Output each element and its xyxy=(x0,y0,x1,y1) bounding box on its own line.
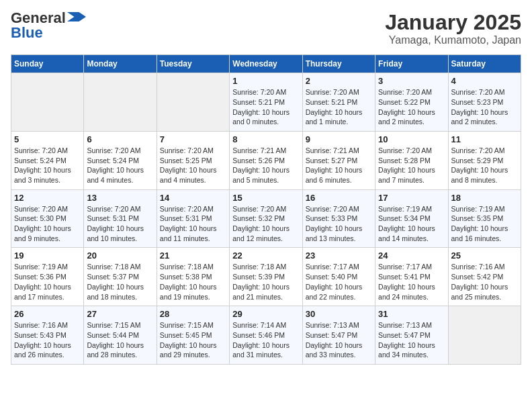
day-number: 14 xyxy=(160,193,226,203)
day-info: Sunrise: 7:19 AMSunset: 5:36 PMDaylight:… xyxy=(14,262,81,302)
calendar-day-cell: 28Sunrise: 7:15 AMSunset: 5:45 PMDayligh… xyxy=(157,306,229,365)
day-number: 24 xyxy=(378,250,445,261)
calendar-day-cell: 17Sunrise: 7:19 AMSunset: 5:34 PMDayligh… xyxy=(375,189,448,248)
calendar-day-cell: 23Sunrise: 7:17 AMSunset: 5:40 PMDayligh… xyxy=(302,248,375,306)
day-header-thursday: Thursday xyxy=(302,55,375,73)
day-info: Sunrise: 7:17 AMSunset: 5:40 PMDaylight:… xyxy=(306,262,372,302)
empty-day-cell xyxy=(11,73,84,132)
day-number: 21 xyxy=(160,250,226,261)
calendar-day-cell: 16Sunrise: 7:20 AMSunset: 5:33 PMDayligh… xyxy=(302,189,375,248)
day-number: 25 xyxy=(451,250,518,261)
day-number: 18 xyxy=(451,193,518,203)
day-info: Sunrise: 7:18 AMSunset: 5:39 PMDaylight:… xyxy=(232,262,299,302)
calendar-day-cell: 2Sunrise: 7:20 AMSunset: 5:21 PMDaylight… xyxy=(302,73,375,132)
calendar-table: SundayMondayTuesdayWednesdayThursdayFrid… xyxy=(11,54,521,365)
day-number: 20 xyxy=(87,250,153,261)
calendar-day-cell: 31Sunrise: 7:13 AMSunset: 5:47 PMDayligh… xyxy=(375,306,448,365)
day-info: Sunrise: 7:20 AMSunset: 5:30 PMDaylight:… xyxy=(14,204,81,244)
day-info: Sunrise: 7:20 AMSunset: 5:24 PMDaylight:… xyxy=(87,146,153,185)
calendar-day-cell: 12Sunrise: 7:20 AMSunset: 5:30 PMDayligh… xyxy=(11,189,84,248)
calendar-day-cell: 6Sunrise: 7:20 AMSunset: 5:24 PMDaylight… xyxy=(84,131,157,189)
logo-arrow-icon xyxy=(67,12,86,21)
day-info: Sunrise: 7:13 AMSunset: 5:47 PMDaylight:… xyxy=(378,320,445,360)
empty-day-cell xyxy=(84,73,157,132)
day-number: 29 xyxy=(232,309,299,319)
day-number: 15 xyxy=(232,193,299,203)
day-number: 11 xyxy=(451,134,518,144)
calendar-day-cell: 29Sunrise: 7:14 AMSunset: 5:46 PMDayligh… xyxy=(230,306,302,365)
calendar-header-row: SundayMondayTuesdayWednesdayThursdayFrid… xyxy=(11,55,521,73)
day-header-saturday: Saturday xyxy=(448,55,521,73)
calendar-day-cell: 21Sunrise: 7:18 AMSunset: 5:38 PMDayligh… xyxy=(157,248,229,306)
day-info: Sunrise: 7:18 AMSunset: 5:38 PMDaylight:… xyxy=(160,262,226,302)
day-info: Sunrise: 7:18 AMSunset: 5:37 PMDaylight:… xyxy=(87,262,153,302)
day-number: 3 xyxy=(378,76,445,86)
day-info: Sunrise: 7:20 AMSunset: 5:21 PMDaylight:… xyxy=(232,87,299,127)
calendar-day-cell: 26Sunrise: 7:16 AMSunset: 5:43 PMDayligh… xyxy=(11,306,84,365)
day-header-sunday: Sunday xyxy=(11,55,84,73)
day-number: 23 xyxy=(306,250,372,261)
day-info: Sunrise: 7:17 AMSunset: 5:41 PMDaylight:… xyxy=(378,262,445,302)
calendar-day-cell: 22Sunrise: 7:18 AMSunset: 5:39 PMDayligh… xyxy=(230,248,302,306)
calendar-day-cell: 15Sunrise: 7:20 AMSunset: 5:32 PMDayligh… xyxy=(230,189,302,248)
day-info: Sunrise: 7:20 AMSunset: 5:23 PMDaylight:… xyxy=(451,87,518,127)
day-info: Sunrise: 7:20 AMSunset: 5:31 PMDaylight:… xyxy=(87,204,153,244)
day-info: Sunrise: 7:16 AMSunset: 5:42 PMDaylight:… xyxy=(451,262,518,302)
calendar-day-cell: 4Sunrise: 7:20 AMSunset: 5:23 PMDaylight… xyxy=(448,73,521,132)
day-info: Sunrise: 7:21 AMSunset: 5:27 PMDaylight:… xyxy=(306,146,372,185)
calendar-day-cell: 25Sunrise: 7:16 AMSunset: 5:42 PMDayligh… xyxy=(448,248,521,306)
day-info: Sunrise: 7:21 AMSunset: 5:26 PMDaylight:… xyxy=(232,146,299,185)
calendar-week-row: 12Sunrise: 7:20 AMSunset: 5:30 PMDayligh… xyxy=(11,189,521,248)
day-header-monday: Monday xyxy=(84,55,157,73)
day-info: Sunrise: 7:20 AMSunset: 5:25 PMDaylight:… xyxy=(160,146,226,185)
day-info: Sunrise: 7:13 AMSunset: 5:47 PMDaylight:… xyxy=(306,320,372,360)
calendar-day-cell: 5Sunrise: 7:20 AMSunset: 5:24 PMDaylight… xyxy=(11,131,84,189)
logo-text: General xyxy=(11,11,66,26)
calendar-day-cell: 11Sunrise: 7:20 AMSunset: 5:29 PMDayligh… xyxy=(448,131,521,189)
day-number: 2 xyxy=(306,76,372,86)
day-info: Sunrise: 7:14 AMSunset: 5:46 PMDaylight:… xyxy=(232,320,299,360)
calendar-day-cell: 7Sunrise: 7:20 AMSunset: 5:25 PMDaylight… xyxy=(157,131,229,189)
page-header: General Blue January 2025 Yamaga, Kumamo… xyxy=(11,11,521,46)
day-info: Sunrise: 7:20 AMSunset: 5:31 PMDaylight:… xyxy=(160,204,226,244)
day-number: 7 xyxy=(160,134,226,144)
day-info: Sunrise: 7:20 AMSunset: 5:29 PMDaylight:… xyxy=(451,146,518,185)
logo: General Blue xyxy=(11,11,86,40)
day-info: Sunrise: 7:20 AMSunset: 5:28 PMDaylight:… xyxy=(378,146,445,185)
calendar-week-row: 5Sunrise: 7:20 AMSunset: 5:24 PMDaylight… xyxy=(11,131,521,189)
calendar-day-cell: 27Sunrise: 7:15 AMSunset: 5:44 PMDayligh… xyxy=(84,306,157,365)
day-number: 27 xyxy=(87,309,153,319)
day-number: 17 xyxy=(378,193,445,203)
calendar-day-cell: 8Sunrise: 7:21 AMSunset: 5:26 PMDaylight… xyxy=(230,131,302,189)
day-number: 6 xyxy=(87,134,153,144)
day-number: 10 xyxy=(378,134,445,144)
day-header-tuesday: Tuesday xyxy=(157,55,229,73)
day-info: Sunrise: 7:20 AMSunset: 5:22 PMDaylight:… xyxy=(378,87,445,127)
day-number: 5 xyxy=(14,134,81,144)
calendar-day-cell: 20Sunrise: 7:18 AMSunset: 5:37 PMDayligh… xyxy=(84,248,157,306)
location-subtitle: Yamaga, Kumamoto, Japan xyxy=(385,34,521,46)
month-year-title: January 2025 xyxy=(385,11,521,34)
day-info: Sunrise: 7:20 AMSunset: 5:21 PMDaylight:… xyxy=(306,87,372,127)
title-block: January 2025 Yamaga, Kumamoto, Japan xyxy=(385,11,521,46)
day-number: 12 xyxy=(14,193,81,203)
day-number: 9 xyxy=(306,134,372,144)
day-number: 13 xyxy=(87,193,153,203)
calendar-day-cell: 30Sunrise: 7:13 AMSunset: 5:47 PMDayligh… xyxy=(302,306,375,365)
day-number: 16 xyxy=(306,193,372,203)
calendar-day-cell: 1Sunrise: 7:20 AMSunset: 5:21 PMDaylight… xyxy=(230,73,302,132)
day-number: 31 xyxy=(378,309,445,319)
calendar-week-row: 19Sunrise: 7:19 AMSunset: 5:36 PMDayligh… xyxy=(11,248,521,306)
day-number: 19 xyxy=(14,250,81,261)
day-info: Sunrise: 7:20 AMSunset: 5:24 PMDaylight:… xyxy=(14,146,81,185)
day-number: 4 xyxy=(451,76,518,86)
day-info: Sunrise: 7:19 AMSunset: 5:34 PMDaylight:… xyxy=(378,204,445,244)
day-header-wednesday: Wednesday xyxy=(230,55,302,73)
calendar-day-cell: 14Sunrise: 7:20 AMSunset: 5:31 PMDayligh… xyxy=(157,189,229,248)
day-number: 1 xyxy=(232,76,299,86)
logo-blue-text: Blue xyxy=(11,26,43,40)
day-number: 8 xyxy=(232,134,299,144)
calendar-day-cell: 10Sunrise: 7:20 AMSunset: 5:28 PMDayligh… xyxy=(375,131,448,189)
empty-day-cell xyxy=(448,306,521,365)
calendar-day-cell: 24Sunrise: 7:17 AMSunset: 5:41 PMDayligh… xyxy=(375,248,448,306)
